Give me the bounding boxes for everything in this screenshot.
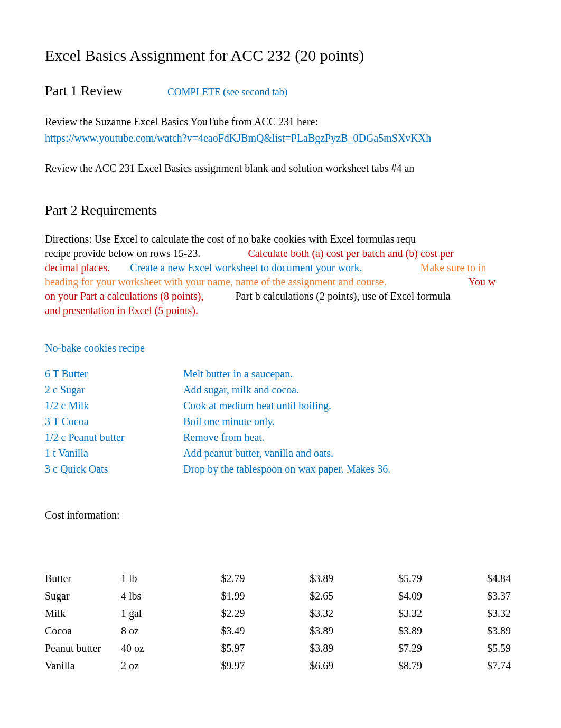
complete-note: COMPLETE (see second tab)	[167, 85, 287, 99]
recipe-row: 6 T ButterMelt butter in a saucepan.	[45, 367, 516, 381]
cost-price: $2.29	[172, 605, 261, 622]
recipe-row: 3 c Quick OatsDrop by the tablespoon on …	[45, 462, 516, 476]
cost-price: $3.32	[349, 605, 438, 622]
recipe-ingredient: 1/2 c Peanut butter	[45, 430, 183, 445]
directions-line2a: recipe provide below on rows 15-23.	[45, 247, 200, 259]
youtube-link[interactable]: https://www.youtube.com/watch?v=4eaoFdKJ…	[45, 131, 516, 145]
cost-ingredient: Cocoa	[45, 622, 121, 640]
cost-price: $4.84	[438, 570, 516, 587]
part1-heading: Part 1 Review	[45, 81, 167, 100]
cost-ingredient: Peanut butter	[45, 640, 121, 657]
cost-price: $3.32	[260, 605, 349, 622]
cost-info-title: Cost information:	[45, 508, 516, 522]
cost-size: 8 oz	[121, 622, 172, 640]
directions-line3b: Create a new Excel worksheet to document…	[130, 262, 362, 273]
cost-price: $6.69	[260, 657, 349, 675]
cost-price: $5.97	[172, 640, 261, 657]
cost-size: 40 oz	[121, 640, 172, 657]
cost-price: $3.37	[438, 587, 516, 605]
cost-price: $3.89	[260, 622, 349, 640]
recipe-row: 1/2 c Peanut butterRemove from heat.	[45, 430, 516, 445]
directions-line3c: Make sure to in	[420, 262, 487, 273]
recipe-ingredient: 2 c Sugar	[45, 383, 183, 397]
cost-price: $4.09	[349, 587, 438, 605]
directions-line1: Directions: Use Excel to calculate the c…	[45, 233, 416, 245]
table-row: Vanilla2 oz$9.97$6.69$8.79$7.74	[45, 657, 516, 675]
directions-line5b: Part b calculations (2 points), use of E…	[236, 290, 451, 302]
recipe-step: Remove from heat.	[183, 430, 265, 445]
cost-ingredient: Milk	[45, 605, 121, 622]
cost-price: $3.89	[260, 570, 349, 587]
cost-price: $5.59	[438, 640, 516, 657]
recipe-step: Melt butter in a saucepan.	[183, 367, 293, 381]
recipe-ingredient: 3 T Cocoa	[45, 414, 183, 429]
recipe-ingredient: 6 T Butter	[45, 367, 183, 381]
recipe-row: 2 c SugarAdd sugar, milk and cocoa.	[45, 383, 516, 397]
recipe-row: 1/2 c MilkCook at medium heat until boil…	[45, 399, 516, 413]
recipe-step: Drop by the tablespoon on wax paper. Mak…	[183, 462, 390, 476]
directions-line4a: heading for your worksheet with your nam…	[45, 276, 386, 288]
cost-price: $2.79	[172, 570, 261, 587]
table-row: Milk1 gal$2.29$3.32$3.32$3.32	[45, 605, 516, 622]
cost-price: $7.74	[438, 657, 516, 675]
recipe-row: 1 t VanillaAdd peanut butter, vanilla an…	[45, 446, 516, 460]
cost-price: $3.89	[349, 622, 438, 640]
directions-line2b: Calculate both (a) cost per batch and (b…	[248, 247, 453, 259]
cost-ingredient: Vanilla	[45, 657, 121, 675]
cost-size: 4 lbs	[121, 587, 172, 605]
recipe-list: 6 T ButterMelt butter in a saucepan.2 c …	[45, 367, 516, 476]
recipe-ingredient: 3 c Quick Oats	[45, 462, 183, 476]
table-row: Sugar4 lbs$1.99$2.65$4.09$3.37	[45, 587, 516, 605]
directions-line6: and presentation in Excel (5 points).	[45, 305, 198, 316]
cost-price: $8.79	[349, 657, 438, 675]
directions-line3a: decimal places.	[45, 262, 110, 273]
directions-line5a: on your Part a calculations (8 points),	[45, 290, 204, 302]
cost-size: 1 lb	[121, 570, 172, 587]
review-tabs-note: Review the ACC 231 Excel Basics assignme…	[45, 161, 516, 176]
cost-price: $3.89	[438, 622, 516, 640]
recipe-ingredient: 1/2 c Milk	[45, 399, 183, 413]
cost-price: $3.49	[172, 622, 261, 640]
cost-table: Butter1 lb$2.79$3.89$5.79$4.84Sugar4 lbs…	[45, 570, 516, 675]
cost-price: $2.65	[260, 587, 349, 605]
recipe-title: No-bake cookies recipe	[45, 341, 516, 355]
recipe-ingredient: 1 t Vanilla	[45, 446, 183, 460]
cost-ingredient: Sugar	[45, 587, 121, 605]
cost-price: $5.79	[349, 570, 438, 587]
table-row: Butter1 lb$2.79$3.89$5.79$4.84	[45, 570, 516, 587]
cost-size: 2 oz	[121, 657, 172, 675]
cost-price: $3.32	[438, 605, 516, 622]
recipe-step: Add peanut butter, vanilla and oats.	[183, 446, 333, 460]
recipe-row: 3 T CocoaBoil one minute only.	[45, 414, 516, 429]
cost-price: $7.29	[349, 640, 438, 657]
directions-block: Directions: Use Excel to calculate the c…	[45, 232, 516, 318]
table-row: Peanut butter40 oz$5.97$3.89$7.29$5.59	[45, 640, 516, 657]
cost-price: $3.89	[260, 640, 349, 657]
review-intro: Review the Suzanne Excel Basics YouTube …	[45, 115, 516, 129]
cost-price: $1.99	[172, 587, 261, 605]
cost-price: $9.97	[172, 657, 261, 675]
cost-size: 1 gal	[121, 605, 172, 622]
cost-ingredient: Butter	[45, 570, 121, 587]
page-title: Excel Basics Assignment for ACC 232 (20 …	[45, 45, 516, 67]
table-row: Cocoa8 oz$3.49$3.89$3.89$3.89	[45, 622, 516, 640]
recipe-step: Add sugar, milk and cocoa.	[183, 383, 299, 397]
recipe-step: Cook at medium heat until boiling.	[183, 399, 331, 413]
part2-heading: Part 2 Requirements	[45, 201, 516, 219]
directions-line4b: You w	[468, 276, 495, 288]
recipe-step: Boil one minute only.	[183, 414, 275, 429]
